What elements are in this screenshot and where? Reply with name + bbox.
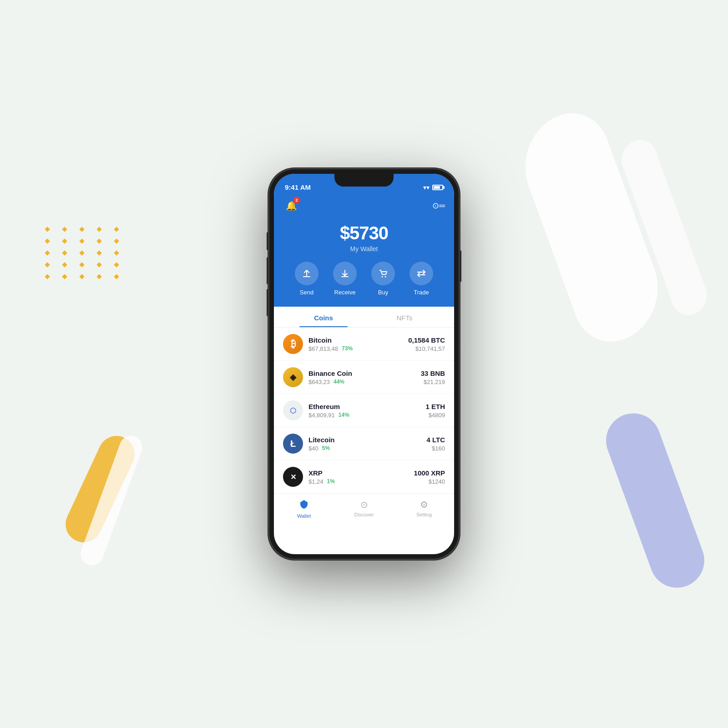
ltc-amount: 4 LTC bbox=[426, 436, 445, 444]
bnb-balance: 33 BNB $21,219 bbox=[421, 369, 445, 385]
eth-price-row: $4,809,91 14% bbox=[308, 412, 425, 419]
phone-screen: 9:41 AM ▾▾ 🔔 2 ⊙═ $5730 My Wallet bbox=[274, 174, 454, 554]
bitcoin-balance: 0,1584 BTC $10,741,57 bbox=[408, 336, 445, 352]
balance-label: My Wallet bbox=[283, 245, 445, 253]
setting-nav-icon: ⚙ bbox=[420, 499, 428, 510]
xrp-value: $1240 bbox=[414, 478, 445, 485]
ltc-logo: Ł bbox=[283, 434, 303, 454]
trade-button[interactable]: Trade bbox=[410, 262, 433, 296]
bottom-nav: Wallet ⊙ Discover ⚙ Setting bbox=[274, 493, 454, 530]
balance-section: $5730 My Wallet bbox=[283, 219, 445, 262]
bnb-change: 44% bbox=[334, 379, 344, 385]
action-buttons: Send Receive bbox=[283, 262, 445, 296]
notification-badge: 2 bbox=[293, 197, 300, 204]
receive-icon-circle bbox=[333, 262, 357, 285]
bitcoin-price-row: $67,813,48 73% bbox=[308, 345, 408, 352]
notch bbox=[334, 174, 394, 187]
top-icons-row: 🔔 2 ⊙═ bbox=[283, 194, 445, 219]
notification-button[interactable]: 🔔 2 bbox=[283, 197, 299, 214]
wallet-nav-icon bbox=[299, 499, 309, 511]
bitcoin-info: Bitcoin $67,813,48 73% bbox=[308, 336, 408, 352]
send-icon-circle bbox=[295, 262, 318, 285]
coin-list: ₿ Bitcoin $67,813,48 73% 0,1584 BTC $10,… bbox=[274, 328, 454, 493]
decorative-dots bbox=[46, 228, 124, 278]
tabs-bar: Coins NFTs bbox=[274, 307, 454, 328]
eth-price: $4,809,91 bbox=[308, 412, 335, 419]
xrp-change: 1% bbox=[327, 478, 335, 485]
ltc-change: 5% bbox=[322, 445, 330, 451]
balance-amount: $5730 bbox=[283, 223, 445, 243]
volume-up-button bbox=[267, 257, 268, 284]
ltc-info: Litecoin $40 5% bbox=[308, 436, 426, 452]
bitcoin-value: $10,741,57 bbox=[408, 345, 445, 352]
eth-amount: 1 ETH bbox=[425, 403, 445, 410]
mute-button bbox=[267, 232, 268, 250]
nav-wallet[interactable]: Wallet bbox=[274, 497, 334, 521]
xrp-info: XRP $1,24 1% bbox=[308, 469, 414, 485]
discover-nav-icon: ⊙ bbox=[360, 499, 368, 510]
bnb-info: Binance Coin $643,23 44% bbox=[308, 369, 421, 385]
svg-point-5 bbox=[385, 276, 386, 278]
receive-label: Receive bbox=[334, 289, 356, 296]
send-label: Send bbox=[300, 289, 313, 296]
header-section: 🔔 2 ⊙═ $5730 My Wallet bbox=[274, 194, 454, 307]
bnb-price: $643,23 bbox=[308, 379, 330, 385]
wifi-icon: ▾▾ bbox=[423, 184, 430, 191]
buy-label: Buy bbox=[378, 289, 388, 296]
ltc-value: $160 bbox=[426, 445, 445, 452]
xrp-logo: ✕ bbox=[283, 467, 303, 487]
bnb-name: Binance Coin bbox=[308, 369, 421, 377]
bitcoin-change: 73% bbox=[342, 345, 353, 352]
xrp-balance: 1000 XRP $1240 bbox=[414, 469, 445, 485]
bitcoin-amount: 0,1584 BTC bbox=[408, 336, 445, 344]
nav-setting[interactable]: ⚙ Setting bbox=[394, 497, 454, 521]
send-button[interactable]: Send bbox=[295, 262, 318, 296]
trade-icon-circle bbox=[410, 262, 433, 285]
decorative-ribbon-blue bbox=[598, 406, 712, 596]
filter-button[interactable]: ⊙═ bbox=[432, 201, 445, 211]
status-icons: ▾▾ bbox=[423, 184, 443, 191]
xrp-name: XRP bbox=[308, 469, 414, 477]
phone-frame: 9:41 AM ▾▾ 🔔 2 ⊙═ $5730 My Wallet bbox=[268, 168, 460, 560]
volume-down-button bbox=[267, 289, 268, 316]
bnb-price-row: $643,23 44% bbox=[308, 379, 421, 385]
eth-value: $4809 bbox=[425, 412, 445, 419]
eth-name: Ethereum bbox=[308, 403, 425, 410]
xrp-price-row: $1,24 1% bbox=[308, 478, 414, 485]
bitcoin-price: $67,813,48 bbox=[308, 345, 338, 352]
eth-change: 14% bbox=[339, 412, 349, 418]
coin-item-ltc[interactable]: Ł Litecoin $40 5% 4 LTC $160 bbox=[274, 427, 454, 460]
ltc-name: Litecoin bbox=[308, 436, 426, 444]
buy-button[interactable]: Buy bbox=[371, 262, 395, 296]
discover-nav-label: Discover bbox=[354, 512, 374, 517]
bitcoin-name: Bitcoin bbox=[308, 336, 408, 344]
svg-point-4 bbox=[382, 276, 383, 278]
buy-icon-circle bbox=[371, 262, 395, 285]
power-button bbox=[460, 250, 461, 282]
coin-item-bnb[interactable]: ◈ Binance Coin $643,23 44% 33 BNB $21,21… bbox=[274, 361, 454, 394]
tab-nfts[interactable]: NFTs bbox=[364, 307, 445, 327]
setting-nav-label: Setting bbox=[416, 512, 432, 517]
main-content: Coins NFTs ₿ Bitcoin $67,813,48 73% bbox=[274, 307, 454, 530]
eth-info: Ethereum $4,809,91 14% bbox=[308, 403, 425, 419]
coin-item-eth[interactable]: ⬡ Ethereum $4,809,91 14% 1 ETH $4809 bbox=[274, 394, 454, 427]
ltc-balance: 4 LTC $160 bbox=[426, 436, 445, 452]
trade-label: Trade bbox=[414, 289, 429, 296]
bitcoin-logo: ₿ bbox=[283, 334, 303, 354]
battery-icon bbox=[432, 185, 443, 190]
wallet-nav-label: Wallet bbox=[297, 513, 311, 519]
tab-coins[interactable]: Coins bbox=[283, 307, 364, 327]
status-time: 9:41 AM bbox=[285, 183, 311, 191]
xrp-price: $1,24 bbox=[308, 478, 324, 485]
eth-balance: 1 ETH $4809 bbox=[425, 403, 445, 419]
coin-item-xrp[interactable]: ✕ XRP $1,24 1% 1000 XRP $1240 bbox=[274, 460, 454, 493]
xrp-amount: 1000 XRP bbox=[414, 469, 445, 477]
nav-discover[interactable]: ⊙ Discover bbox=[334, 497, 394, 521]
bnb-value: $21,219 bbox=[421, 379, 445, 385]
coin-item-bitcoin[interactable]: ₿ Bitcoin $67,813,48 73% 0,1584 BTC $10,… bbox=[274, 328, 454, 361]
receive-button[interactable]: Receive bbox=[333, 262, 357, 296]
bnb-logo: ◈ bbox=[283, 367, 303, 387]
bnb-amount: 33 BNB bbox=[421, 369, 445, 377]
eth-logo: ⬡ bbox=[283, 400, 303, 420]
ltc-price-row: $40 5% bbox=[308, 445, 426, 452]
